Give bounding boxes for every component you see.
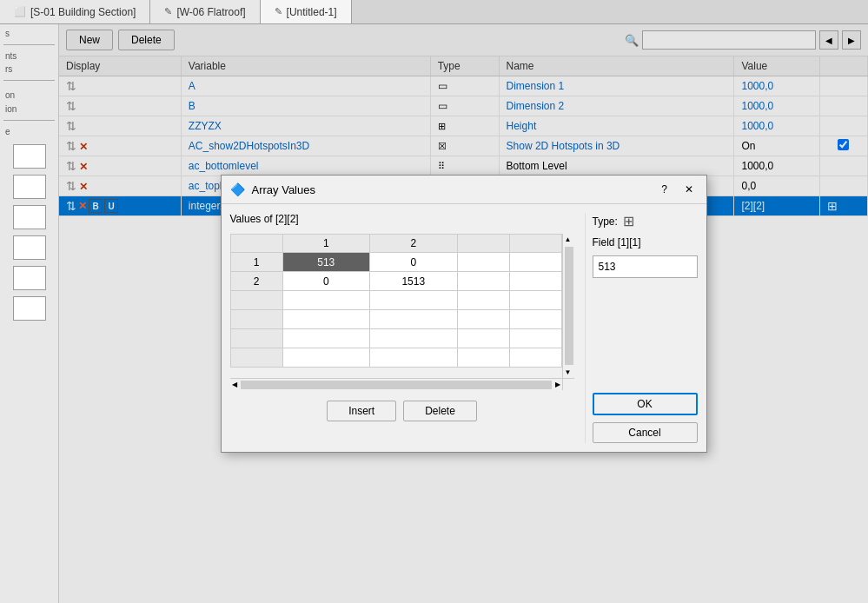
grid-cell-6-2[interactable] bbox=[370, 348, 458, 368]
modal-header-icon: 🔷 bbox=[230, 182, 245, 196]
grid-col-header-1: 1 bbox=[282, 235, 370, 253]
scroll-up-arrow[interactable]: ▲ bbox=[563, 234, 574, 245]
sidebar-box-1[interactable] bbox=[13, 144, 46, 169]
grid-cell-2-3[interactable] bbox=[457, 272, 509, 291]
modal-delete-button[interactable]: Delete bbox=[403, 401, 477, 421]
sidebar-item-rs[interactable]: rs bbox=[3, 63, 55, 75]
grid-row-header-4 bbox=[230, 310, 282, 329]
sidebar-divider-1 bbox=[3, 44, 55, 45]
tab-untitled-label: [Untitled-1] bbox=[287, 6, 337, 18]
grid-row-header-2: 2 bbox=[230, 272, 282, 291]
grid-cell-1-1[interactable]: 513 bbox=[282, 253, 370, 272]
modal-close-button[interactable]: ✕ bbox=[680, 181, 698, 198]
grid-cell-1-3[interactable] bbox=[457, 253, 509, 272]
grid-row-5 bbox=[230, 329, 561, 348]
sidebar-item-ion[interactable]: ion bbox=[3, 103, 55, 115]
scroll-down-arrow[interactable]: ▼ bbox=[563, 367, 574, 378]
insert-button[interactable]: Insert bbox=[327, 401, 396, 421]
tab-s01-label: [S-01 Building Section] bbox=[30, 6, 136, 18]
grid-col-header-empty bbox=[230, 235, 282, 253]
tab-untitled[interactable]: ✎ [Untitled-1] bbox=[261, 0, 352, 23]
vertical-scrollbar[interactable]: ▲ ▼ bbox=[562, 234, 574, 378]
sidebar-box-4[interactable] bbox=[13, 235, 46, 260]
field-value-input[interactable] bbox=[593, 255, 698, 278]
sidebar-box-3[interactable] bbox=[13, 205, 46, 229]
scroll-right-arrow[interactable]: ▶ bbox=[553, 379, 562, 390]
cancel-button[interactable]: Cancel bbox=[593, 422, 698, 443]
sidebar-divider-3 bbox=[3, 120, 55, 121]
type-icon-large: ⊞ bbox=[623, 213, 634, 229]
grid-row-header-5 bbox=[230, 329, 282, 348]
scroll-thumb-h[interactable] bbox=[241, 381, 552, 389]
grid-row-6 bbox=[230, 348, 561, 368]
grid-cell-6-3[interactable] bbox=[457, 348, 509, 368]
modal-left-panel: Values of [2][2] 1 2 bbox=[230, 213, 574, 443]
grid-cell-4-1[interactable] bbox=[282, 310, 370, 329]
grid-cell-6-1[interactable] bbox=[282, 348, 370, 368]
grid-cell-3-4[interactable] bbox=[509, 291, 561, 310]
grid-cell-3-2[interactable] bbox=[370, 291, 458, 310]
sidebar-divider-2 bbox=[3, 80, 55, 81]
array-values-modal: 🔷 Array Values ? ✕ Values of [2][2] bbox=[221, 175, 707, 453]
scroll-left-arrow[interactable]: ◀ bbox=[230, 379, 239, 390]
sidebar: s nts rs on ion e bbox=[0, 24, 59, 603]
grid-cell-6-4[interactable] bbox=[509, 348, 561, 368]
grid-col-header-4 bbox=[509, 235, 561, 253]
sidebar-item-e[interactable]: e bbox=[3, 126, 55, 137]
array-grid: 1 2 1 51 bbox=[230, 234, 562, 368]
grid-row-1: 1 513 0 bbox=[230, 253, 561, 272]
array-grid-wrapper: 1 2 1 51 bbox=[230, 234, 574, 390]
horizontal-scrollbar[interactable]: ◀ ▶ bbox=[230, 378, 562, 390]
grid-row-2: 2 0 1513 bbox=[230, 272, 561, 291]
grid-row-3 bbox=[230, 291, 561, 310]
values-of-label: Values of [2][2] bbox=[230, 213, 574, 225]
grid-cell-1-4[interactable] bbox=[509, 253, 561, 272]
type-label: Type: bbox=[593, 215, 618, 228]
sidebar-item-on[interactable]: on bbox=[3, 89, 55, 101]
grid-cell-4-3[interactable] bbox=[457, 310, 509, 329]
modal-header: 🔷 Array Values ? ✕ bbox=[222, 176, 706, 204]
tab-s01-icon: ⬜ bbox=[14, 6, 26, 17]
grid-cell-2-2[interactable]: 1513 bbox=[370, 272, 458, 291]
grid-cell-1-2[interactable]: 0 bbox=[370, 253, 458, 272]
tab-untitled-icon: ✎ bbox=[275, 6, 282, 17]
grid-col-header-3 bbox=[457, 235, 509, 253]
scroll-thumb-v[interactable] bbox=[565, 247, 573, 365]
sidebar-box-6[interactable] bbox=[13, 296, 46, 321]
grid-col-header-2: 2 bbox=[370, 235, 458, 253]
modal-body: Values of [2][2] 1 2 bbox=[222, 204, 706, 452]
tab-w06-icon: ✎ bbox=[164, 6, 172, 17]
grid-row-header-6 bbox=[230, 348, 282, 368]
grid-cell-5-2[interactable] bbox=[370, 329, 458, 348]
grid-cell-5-3[interactable] bbox=[457, 329, 509, 348]
grid-cell-3-3[interactable] bbox=[457, 291, 509, 310]
scroll-corner bbox=[562, 378, 574, 390]
field-label: Field [1][1] bbox=[593, 236, 698, 248]
grid-cell-4-4[interactable] bbox=[509, 310, 561, 329]
grid-cell-2-4[interactable] bbox=[509, 272, 561, 291]
ok-button[interactable]: OK bbox=[593, 393, 698, 415]
modal-title: Array Values bbox=[252, 183, 649, 196]
grid-row-4 bbox=[230, 310, 561, 329]
sidebar-item-nts[interactable]: nts bbox=[3, 50, 55, 62]
sidebar-box-5[interactable] bbox=[13, 266, 46, 290]
grid-cell-2-1[interactable]: 0 bbox=[282, 272, 370, 291]
sidebar-box-2[interactable] bbox=[13, 175, 46, 199]
type-row: Type: ⊞ bbox=[593, 213, 698, 229]
content-area: New Delete 🔍 ◀ ▶ Display Variable Type N… bbox=[59, 24, 868, 603]
tab-bar: ⬜ [S-01 Building Section] ✎ [W-06 Flatro… bbox=[0, 0, 868, 24]
grid-cell-5-4[interactable] bbox=[509, 329, 561, 348]
spacer bbox=[593, 285, 698, 386]
tab-w06[interactable]: ✎ [W-06 Flatroof] bbox=[150, 0, 260, 23]
sidebar-item-s[interactable]: s bbox=[3, 28, 55, 39]
grid-scroll-area: 1 2 1 51 bbox=[230, 234, 562, 378]
grid-cell-4-2[interactable] bbox=[370, 310, 458, 329]
grid-cell-5-1[interactable] bbox=[282, 329, 370, 348]
modal-action-buttons: Insert Delete bbox=[230, 395, 574, 421]
grid-row-header-3 bbox=[230, 291, 282, 310]
modal-overlay: 🔷 Array Values ? ✕ Values of [2][2] bbox=[59, 24, 868, 603]
grid-row-header-1: 1 bbox=[230, 253, 282, 272]
tab-s01[interactable]: ⬜ [S-01 Building Section] bbox=[0, 0, 150, 23]
modal-help-button[interactable]: ? bbox=[656, 181, 673, 198]
grid-cell-3-1[interactable] bbox=[282, 291, 370, 310]
